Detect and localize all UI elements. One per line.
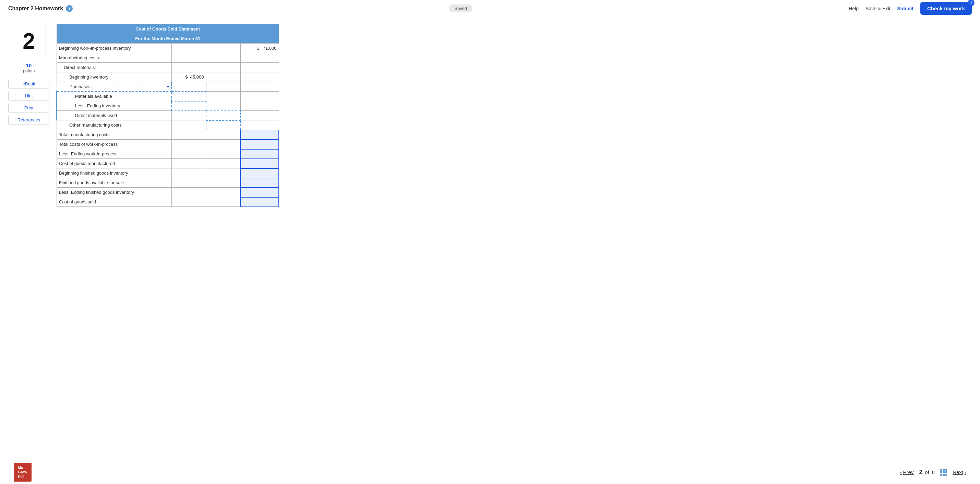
input-field[interactable] bbox=[208, 65, 238, 70]
dropdown-arrow-icon[interactable]: ▼ bbox=[166, 85, 170, 89]
input-field[interactable] bbox=[174, 46, 204, 51]
input-cell[interactable] bbox=[206, 72, 240, 82]
info-icon[interactable]: i bbox=[66, 5, 73, 12]
input-cell[interactable] bbox=[172, 63, 206, 72]
input-cell[interactable] bbox=[172, 53, 206, 63]
input-field[interactable] bbox=[243, 132, 276, 137]
input-cell[interactable] bbox=[240, 82, 279, 92]
input-cell-blue[interactable] bbox=[240, 178, 279, 188]
input-field[interactable] bbox=[208, 190, 238, 195]
input-cell[interactable] bbox=[172, 149, 206, 159]
input-cell[interactable] bbox=[172, 120, 206, 130]
input-field[interactable] bbox=[243, 199, 276, 204]
submit-button[interactable]: Submit bbox=[897, 6, 913, 11]
input-field[interactable] bbox=[174, 94, 203, 99]
input-field[interactable] bbox=[208, 123, 238, 127]
input-field[interactable] bbox=[208, 84, 238, 89]
input-field[interactable] bbox=[174, 132, 204, 137]
input-field[interactable] bbox=[208, 180, 238, 185]
input-cell[interactable] bbox=[172, 169, 206, 178]
input-cell[interactable] bbox=[240, 92, 279, 101]
input-cell[interactable] bbox=[206, 159, 240, 169]
input-field[interactable] bbox=[243, 180, 276, 185]
input-field[interactable] bbox=[174, 151, 204, 156]
input-field[interactable] bbox=[174, 84, 203, 89]
print-link[interactable]: Print bbox=[8, 103, 49, 113]
input-cell[interactable] bbox=[206, 178, 240, 188]
input-field[interactable] bbox=[208, 113, 238, 118]
input-cell[interactable] bbox=[206, 197, 240, 207]
input-cell[interactable] bbox=[172, 43, 206, 53]
input-field[interactable] bbox=[243, 55, 277, 61]
references-link[interactable]: References bbox=[8, 115, 49, 125]
input-cell[interactable] bbox=[206, 43, 240, 53]
hint-link[interactable]: Hint bbox=[8, 91, 49, 101]
input-cell[interactable] bbox=[240, 101, 279, 111]
input-field[interactable] bbox=[174, 65, 204, 70]
input-cell[interactable] bbox=[172, 159, 206, 169]
input-cell[interactable] bbox=[172, 140, 206, 149]
input-cell-blue[interactable] bbox=[240, 188, 279, 197]
input-field[interactable] bbox=[243, 161, 276, 166]
input-field[interactable] bbox=[208, 151, 238, 156]
input-cell-blue[interactable] bbox=[240, 159, 279, 169]
input-field[interactable] bbox=[208, 103, 238, 108]
input-field[interactable] bbox=[243, 65, 277, 70]
input-field[interactable] bbox=[174, 103, 203, 108]
input-cell[interactable] bbox=[206, 92, 240, 101]
input-cell[interactable] bbox=[206, 130, 240, 140]
input-field[interactable] bbox=[174, 180, 204, 185]
input-cell[interactable] bbox=[240, 72, 279, 82]
input-cell[interactable] bbox=[172, 111, 206, 120]
input-cell[interactable] bbox=[206, 149, 240, 159]
input-cell[interactable] bbox=[240, 120, 279, 130]
input-cell[interactable] bbox=[240, 111, 279, 120]
input-field[interactable] bbox=[174, 199, 204, 204]
input-field[interactable] bbox=[243, 142, 276, 147]
input-field[interactable] bbox=[174, 170, 204, 176]
input-field[interactable] bbox=[208, 75, 238, 80]
input-field[interactable] bbox=[243, 84, 277, 89]
input-field[interactable] bbox=[208, 142, 238, 147]
input-field[interactable] bbox=[208, 46, 238, 51]
input-field[interactable] bbox=[243, 170, 276, 176]
input-cell[interactable] bbox=[206, 140, 240, 149]
input-cell[interactable] bbox=[172, 178, 206, 188]
input-field[interactable] bbox=[174, 113, 204, 118]
input-field[interactable] bbox=[174, 123, 204, 127]
input-field[interactable] bbox=[243, 113, 276, 118]
input-cell-blue[interactable] bbox=[240, 130, 279, 140]
input-field[interactable] bbox=[243, 190, 276, 195]
input-field[interactable] bbox=[174, 190, 204, 195]
input-cell[interactable] bbox=[172, 82, 206, 92]
input-cell[interactable] bbox=[172, 101, 206, 111]
input-cell[interactable] bbox=[206, 169, 240, 178]
input-cell-blue[interactable] bbox=[240, 169, 279, 178]
input-cell[interactable] bbox=[206, 188, 240, 197]
save-exit-button[interactable]: Save & Exit bbox=[865, 6, 890, 11]
input-field[interactable] bbox=[243, 103, 277, 108]
input-field[interactable] bbox=[208, 199, 238, 204]
input-field[interactable] bbox=[243, 151, 276, 156]
input-cell[interactable] bbox=[206, 120, 240, 130]
input-cell[interactable] bbox=[240, 53, 279, 63]
input-cell[interactable] bbox=[240, 63, 279, 72]
input-cell-blue[interactable] bbox=[240, 149, 279, 159]
help-button[interactable]: Help bbox=[849, 6, 859, 11]
input-field[interactable] bbox=[174, 161, 204, 166]
input-cell-blue[interactable] bbox=[240, 140, 279, 149]
input-cell[interactable] bbox=[206, 53, 240, 63]
input-field[interactable] bbox=[174, 55, 204, 61]
input-cell[interactable] bbox=[206, 101, 240, 111]
input-cell[interactable] bbox=[172, 197, 206, 207]
input-cell[interactable] bbox=[206, 111, 240, 120]
input-cell[interactable] bbox=[172, 92, 206, 101]
input-field[interactable] bbox=[208, 94, 238, 99]
check-work-button[interactable]: Check my work 1 bbox=[920, 2, 972, 15]
input-field[interactable] bbox=[208, 132, 238, 137]
input-field[interactable] bbox=[243, 75, 277, 80]
input-field[interactable] bbox=[208, 170, 238, 176]
input-field[interactable] bbox=[208, 55, 238, 61]
input-cell-blue[interactable] bbox=[240, 197, 279, 207]
input-field[interactable] bbox=[243, 94, 277, 99]
